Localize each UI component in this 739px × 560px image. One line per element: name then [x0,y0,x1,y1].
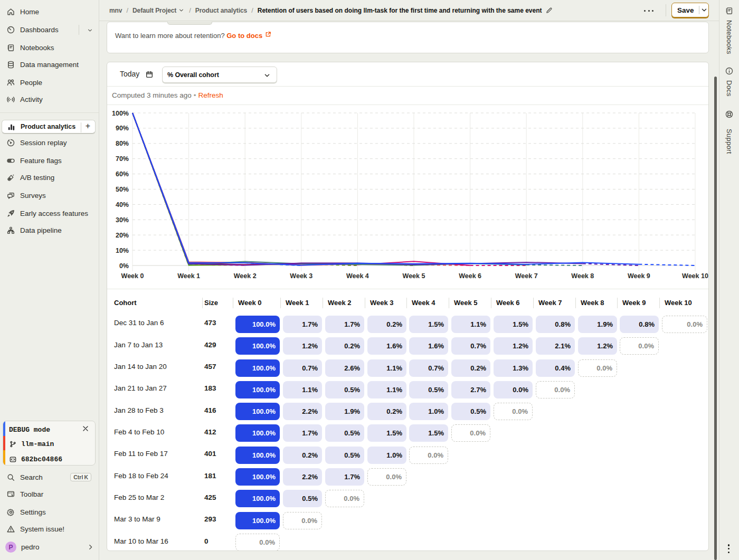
svg-text:Week 0: Week 0 [121,272,144,280]
svg-text:20%: 20% [116,232,129,239]
svg-text:Week 5: Week 5 [403,272,425,280]
svg-text:60%: 60% [116,170,129,178]
svg-text:Week 4: Week 4 [346,272,369,280]
svg-text:100%: 100% [112,110,129,117]
svg-text:Week 10: Week 10 [682,272,708,280]
svg-text:Week 1: Week 1 [177,272,200,280]
svg-text:10%: 10% [116,247,129,254]
svg-text:Week 8: Week 8 [571,272,594,280]
svg-text:Week 7: Week 7 [515,272,538,280]
svg-text:0%: 0% [119,262,129,270]
svg-text:40%: 40% [116,201,129,208]
svg-text:Week 2: Week 2 [234,272,257,280]
svg-text:80%: 80% [116,140,129,147]
svg-text:50%: 50% [116,186,129,193]
svg-text:70%: 70% [116,155,129,163]
svg-text:Week 6: Week 6 [459,272,481,280]
svg-text:90%: 90% [116,125,129,132]
svg-text:Week 9: Week 9 [628,272,650,280]
svg-text:30%: 30% [116,216,129,224]
svg-text:Week 3: Week 3 [290,272,312,280]
